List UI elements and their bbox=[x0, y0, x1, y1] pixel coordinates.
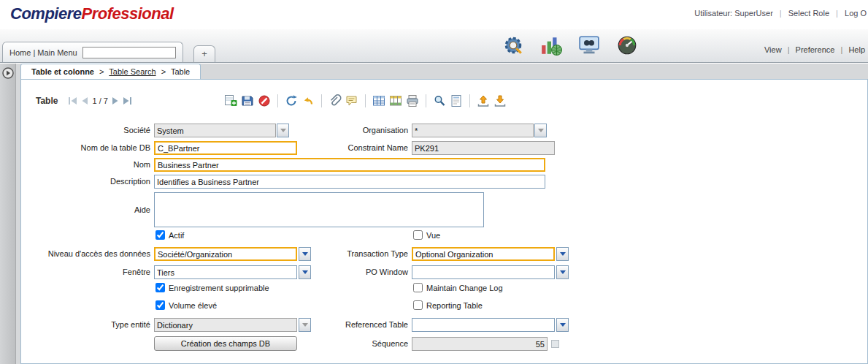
parent-record-icon[interactable] bbox=[477, 94, 490, 107]
tab-title: Table bbox=[36, 96, 58, 106]
preference-link[interactable]: Preference bbox=[796, 45, 835, 54]
po-window-dropdown-button[interactable] bbox=[556, 265, 569, 279]
actif-label: Actif bbox=[169, 231, 184, 240]
chevron-down-icon bbox=[560, 323, 566, 327]
constraint-name-input[interactable] bbox=[412, 141, 555, 155]
header-separator: | bbox=[836, 9, 838, 18]
monitor-find-icon[interactable] bbox=[578, 34, 600, 56]
chat-icon[interactable] bbox=[345, 94, 358, 107]
print-icon[interactable] bbox=[406, 94, 419, 107]
tabbar-separator: | bbox=[788, 45, 790, 54]
constraint-name-label: Constraint Name bbox=[290, 143, 408, 152]
tabbar-separator: | bbox=[840, 45, 842, 54]
toolbar-actions bbox=[224, 94, 507, 107]
report-icon[interactable] bbox=[450, 94, 463, 107]
vue-checkbox[interactable] bbox=[413, 230, 423, 240]
new-record-icon[interactable] bbox=[224, 94, 237, 107]
performance-gauge-icon[interactable] bbox=[616, 34, 638, 56]
save-icon[interactable] bbox=[241, 94, 254, 107]
workflow-process-icon[interactable] bbox=[502, 34, 524, 56]
fenetre-label: Fenêtre bbox=[21, 268, 150, 276]
workspace: Table et colonne > Table Search > Table … bbox=[0, 64, 868, 364]
supprimable-label: Enregistrement supprimable bbox=[169, 284, 269, 292]
compiere-app-window: CompiereProfessional Utilisateur: SuperU… bbox=[0, 0, 868, 364]
fenetre-input[interactable] bbox=[154, 265, 297, 279]
user-session-area: Utilisateur: SuperUser | Select Role | L… bbox=[694, 9, 867, 18]
maintain-change-log-checkbox-row: Maintain Change Log bbox=[413, 283, 503, 292]
create-db-fields-button[interactable]: Création des champs DB bbox=[154, 336, 297, 351]
delete-icon[interactable] bbox=[258, 94, 271, 107]
tab-bar: Home | Main Menu + View | Preference | H… bbox=[0, 29, 868, 63]
type-entite-input[interactable] bbox=[154, 318, 297, 332]
maintain-change-log-label: Maintain Change Log bbox=[426, 284, 503, 292]
actif-checkbox[interactable] bbox=[155, 230, 165, 240]
aide-textarea[interactable] bbox=[154, 192, 484, 227]
next-record-icon[interactable] bbox=[112, 96, 119, 105]
last-record-icon[interactable] bbox=[123, 96, 132, 105]
nom-label: Nom bbox=[21, 160, 150, 169]
societe-dropdown-button[interactable] bbox=[277, 124, 289, 137]
referenced-table-input[interactable] bbox=[412, 318, 555, 332]
description-label: Description bbox=[21, 177, 150, 186]
attachment-icon[interactable] bbox=[329, 94, 342, 107]
organisation-dropdown-button[interactable] bbox=[534, 124, 547, 137]
logout-link[interactable]: Log O bbox=[845, 9, 867, 18]
help-link[interactable]: Help bbox=[848, 45, 865, 54]
transaction-type-input[interactable] bbox=[412, 247, 555, 261]
referenced-table-dropdown-button[interactable] bbox=[556, 318, 569, 332]
organisation-label: Organisation bbox=[290, 126, 408, 134]
toolbar-separator bbox=[469, 94, 470, 107]
volume-eleve-checkbox[interactable] bbox=[155, 300, 165, 310]
volume-eleve-checkbox-row: Volume élevé bbox=[155, 300, 217, 310]
undo-icon[interactable] bbox=[302, 94, 315, 107]
transaction-type-label: Transaction Type bbox=[290, 249, 408, 258]
table-db-name-input[interactable] bbox=[154, 141, 297, 155]
breadcrumb-parent-link[interactable]: Table Search bbox=[109, 67, 155, 76]
export-icon[interactable] bbox=[389, 94, 402, 107]
logo-text-professional: Professional bbox=[81, 4, 173, 23]
logo-text-compiere: Compiere bbox=[10, 4, 81, 23]
reporting-table-label: Reporting Table bbox=[426, 301, 483, 310]
referenced-table-label: Referenced Table bbox=[290, 320, 408, 329]
chevron-down-icon bbox=[538, 129, 544, 132]
grid-toggle-icon[interactable] bbox=[372, 94, 385, 107]
home-main-menu-tab[interactable]: Home | Main Menu bbox=[2, 42, 183, 62]
find-icon[interactable] bbox=[433, 94, 446, 107]
refresh-icon[interactable] bbox=[285, 94, 298, 107]
home-main-menu-label: Home | Main Menu bbox=[9, 48, 77, 57]
user-label: Utilisateur: SuperUser bbox=[694, 9, 773, 18]
breadcrumb-separator: > bbox=[99, 67, 104, 76]
supprimable-checkbox[interactable] bbox=[155, 283, 165, 292]
main-menu-search-input[interactable] bbox=[82, 47, 176, 58]
sequence-input[interactable] bbox=[412, 337, 548, 351]
maintain-change-log-checkbox[interactable] bbox=[413, 283, 423, 292]
collapsed-sidebar-strip bbox=[0, 64, 16, 364]
view-link[interactable]: View bbox=[764, 45, 782, 54]
chevron-down-icon bbox=[280, 129, 286, 132]
societe-input[interactable] bbox=[154, 124, 276, 137]
acces-donnees-input[interactable] bbox=[154, 247, 297, 261]
aide-label: Aide bbox=[21, 205, 150, 214]
compiere-logo: CompiereProfessional bbox=[10, 4, 174, 23]
first-record-icon[interactable] bbox=[68, 96, 77, 105]
po-window-label: PO Window bbox=[290, 268, 408, 276]
expand-sidebar-button[interactable] bbox=[2, 67, 14, 79]
nom-input[interactable] bbox=[154, 158, 545, 172]
toolbar-separator bbox=[365, 94, 366, 107]
header-separator: | bbox=[780, 9, 782, 18]
detail-record-icon[interactable] bbox=[493, 94, 507, 107]
select-role-link[interactable]: Select Role bbox=[788, 9, 829, 18]
new-tab-button[interactable]: + bbox=[193, 45, 215, 62]
supprimable-checkbox-row: Enregistrement supprimable bbox=[155, 283, 269, 292]
description-input[interactable] bbox=[154, 175, 545, 189]
reporting-table-checkbox-row: Reporting Table bbox=[413, 300, 483, 310]
reporting-table-checkbox[interactable] bbox=[413, 300, 423, 310]
organisation-input[interactable] bbox=[412, 124, 534, 137]
actif-checkbox-row: Actif bbox=[155, 230, 184, 240]
business-chart-globe-icon[interactable] bbox=[540, 34, 562, 56]
po-window-input[interactable] bbox=[412, 265, 555, 279]
previous-record-icon[interactable] bbox=[81, 96, 88, 105]
record-position: 1 / 7 bbox=[92, 96, 107, 105]
transaction-type-dropdown-button[interactable] bbox=[556, 247, 569, 261]
expand-sidebar-icon bbox=[2, 67, 14, 79]
